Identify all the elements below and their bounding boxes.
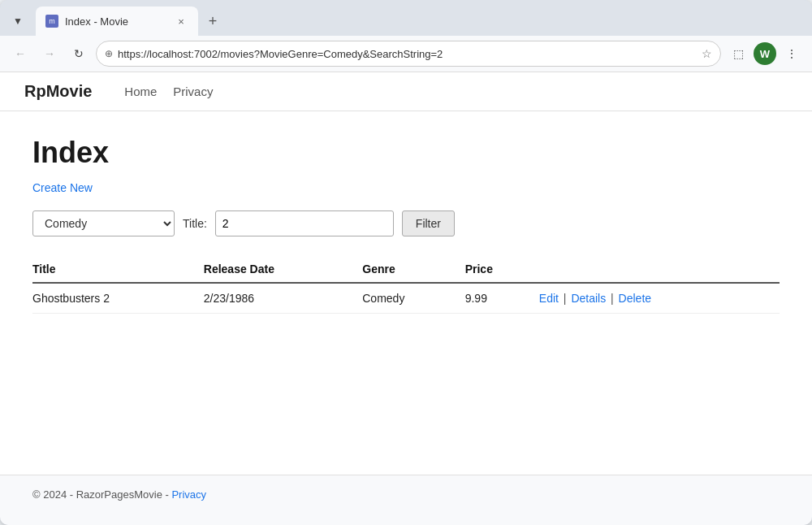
tab-favicon: m (45, 15, 58, 28)
details-link[interactable]: Details (571, 292, 606, 305)
table-row: Ghostbusters 2 2/23/1986 Comedy 9.99 Edi… (32, 283, 780, 314)
menu-button[interactable]: ⋮ (780, 41, 804, 66)
cell-release-date: 2/23/1986 (204, 283, 362, 314)
active-tab: m Index - Movie × (36, 7, 198, 36)
tab-close-button[interactable]: × (174, 14, 188, 28)
cell-title: Ghostbusters 2 (32, 283, 204, 314)
bookmark-button[interactable]: ☆ (702, 47, 712, 60)
col-genre: Genre (362, 256, 464, 283)
tab-list-button[interactable]: ▼ (6, 10, 29, 33)
page-content: RpMovie Home Privacy Index Create New Co… (0, 72, 812, 525)
toolbar-right: ⬚ W ⋮ (726, 41, 804, 66)
table-body: Ghostbusters 2 2/23/1986 Comedy 9.99 Edi… (32, 283, 780, 314)
new-tab-button[interactable]: + (201, 10, 224, 33)
edit-link[interactable]: Edit (539, 292, 559, 305)
site-nav: Home Privacy (111, 85, 213, 98)
address-bar[interactable]: ⊕ https://localhost:7002/movies?MovieGen… (96, 41, 721, 67)
table-header: Title Release Date Genre Price (32, 256, 780, 283)
cell-genre: Comedy (362, 283, 464, 314)
footer-privacy-link[interactable]: Privacy (171, 488, 206, 501)
col-price: Price (465, 256, 539, 283)
movies-table: Title Release Date Genre Price Ghostbust… (32, 256, 780, 314)
footer-copyright: © 2024 - RazorPagesMovie - (32, 488, 169, 501)
back-button[interactable]: ← (8, 41, 32, 66)
extensions-button[interactable]: ⬚ (726, 41, 750, 66)
cell-price: 9.99 (465, 283, 539, 314)
nav-privacy[interactable]: Privacy (173, 85, 213, 98)
profile-avatar[interactable]: W (754, 42, 776, 65)
cell-actions: Edit | Details | Delete (539, 283, 780, 314)
title-search-input[interactable] (215, 210, 394, 236)
browser-toolbar: ← → ↻ ⊕ https://localhost:7002/movies?Mo… (0, 36, 812, 72)
title-filter-label: Title: (183, 217, 207, 230)
delete-link[interactable]: Delete (619, 292, 651, 305)
main-content: Index Create New Comedy All Genres Drama… (0, 111, 812, 475)
site-footer: © 2024 - RazorPagesMovie - Privacy (0, 475, 812, 514)
filter-row: Comedy All Genres Drama Action Romance S… (32, 210, 780, 236)
nav-home[interactable]: Home (124, 85, 157, 98)
tab-title: Index - Movie (65, 15, 167, 28)
forward-button[interactable]: → (37, 41, 62, 66)
genre-select[interactable]: Comedy All Genres Drama Action Romance S… (32, 210, 175, 236)
create-new-link[interactable]: Create New (32, 181, 93, 194)
url-text: https://localhost:7002/movies?MovieGenre… (118, 48, 697, 60)
site-brand[interactable]: RpMovie (24, 82, 92, 101)
col-actions (539, 256, 780, 283)
filter-button[interactable]: Filter (402, 210, 455, 236)
site-header: RpMovie Home Privacy (0, 72, 812, 111)
col-release-date: Release Date (204, 256, 362, 283)
site-info-icon: ⊕ (105, 48, 113, 59)
reload-button[interactable]: ↻ (67, 41, 91, 66)
col-title: Title (32, 256, 204, 283)
page-heading: Index (32, 136, 780, 170)
